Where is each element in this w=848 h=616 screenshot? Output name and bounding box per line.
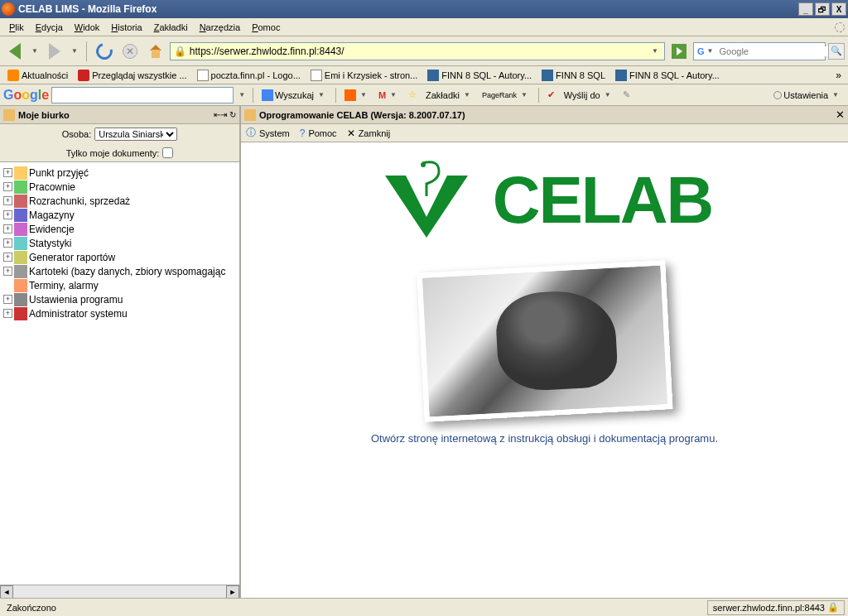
content-title: Oprogramowanie CELAB (Wersja: 8.2007.07.… [259, 110, 836, 120]
finn-icon [78, 70, 89, 81]
expander-icon[interactable]: + [3, 224, 12, 233]
tree-item-pracownie[interactable]: +Pracownie [0, 180, 239, 194]
google-gmail-button[interactable]: M▼ [375, 89, 402, 101]
go-button[interactable] [667, 40, 691, 63]
bookmark-przegladaj[interactable]: Przeglądaj wszystkie ... [74, 69, 190, 82]
google-star-button[interactable]: ☆ [405, 89, 420, 101]
app-icon [244, 109, 256, 121]
content-menu-help[interactable]: ?Pomoc [300, 128, 337, 139]
bookmark-emi[interactable]: Emi i Krzysiek - stron... [306, 69, 422, 82]
google-highlight-button[interactable]: ✎ [619, 89, 634, 101]
minimize-button[interactable]: _ [798, 2, 813, 16]
expander-icon[interactable]: + [3, 253, 12, 262]
back-dropdown[interactable]: ▼ [29, 47, 41, 55]
expander-icon[interactable]: + [3, 210, 12, 219]
maximize-button[interactable]: 🗗 [815, 2, 830, 16]
google-search-input[interactable] [51, 87, 234, 103]
tree-item-generator[interactable]: +Generator raportów [0, 250, 239, 264]
tree-hscrollbar[interactable]: ◄ ► [0, 585, 239, 598]
google-wyszukaj-button[interactable]: Wyszukaj▼ [258, 89, 330, 102]
expander-icon[interactable]: + [3, 295, 12, 304]
tree-item-kartoteki[interactable]: +Kartoteki (bazy danych, zbiory wspomaga… [0, 264, 239, 278]
tree-item-terminy[interactable]: Terminy, alarmy [0, 278, 239, 292]
close-window-button[interactable]: X [831, 2, 846, 16]
person-select[interactable]: Urszula Siniarska [94, 128, 177, 141]
google-settings-button[interactable]: Ustawienia▼ [770, 89, 845, 101]
expander-icon[interactable]: + [3, 168, 12, 177]
content-close-button[interactable]: ✕ [836, 108, 845, 121]
content-menu-close[interactable]: ✕Zamknij [347, 128, 391, 139]
tree-item-punkt[interactable]: +Punkt przyjęć [0, 166, 239, 180]
google-pagerank[interactable]: PageRank▼ [479, 90, 533, 100]
menu-view[interactable]: Widok [69, 21, 106, 34]
scroll-track[interactable] [13, 585, 226, 598]
status-server: serwer.zhwlodz.finn.pl:8443 🔒 [707, 600, 845, 615]
star-icon: ☆ [408, 89, 417, 100]
search-input[interactable] [716, 46, 833, 56]
tree-item-statystyki[interactable]: +Statystyki [0, 236, 239, 250]
stop-button[interactable]: ✕ [118, 40, 142, 63]
url-input[interactable] [190, 46, 649, 57]
sidebar-refresh-icon[interactable]: ↻ [229, 110, 236, 119]
lock-icon: 🔒 [827, 602, 839, 613]
google-check-button[interactable]: ✔ [544, 89, 558, 101]
sidebar-collapse-icon[interactable]: ⇤⇥ [214, 110, 227, 119]
search-g-icon [262, 89, 273, 101]
admin-icon [14, 307, 27, 320]
expander-icon[interactable]: + [3, 182, 12, 191]
tree-item-rozrachunki[interactable]: +Rozrachunki, sprzedaż [0, 194, 239, 208]
tree-item-magazyny[interactable]: +Magazyny [0, 208, 239, 222]
google-wyslij-button[interactable]: Wyślij do▼ [561, 89, 617, 101]
menu-help[interactable]: Pomoc [246, 21, 286, 34]
scroll-left-button[interactable]: ◄ [0, 585, 13, 598]
celab-v-logo [377, 159, 476, 242]
expander-icon[interactable]: + [3, 238, 12, 248]
bookmarks-more[interactable]: » [832, 70, 845, 81]
menu-tools[interactable]: Narzędzia [194, 21, 247, 34]
window-title: CELAB LIMS - Mozilla Firefox [18, 3, 797, 15]
records-icon [14, 223, 27, 236]
scroll-right-button[interactable]: ► [226, 585, 239, 598]
google-zakladki-button[interactable]: Zakładki▼ [422, 89, 476, 101]
db-icon [14, 265, 27, 278]
expander-icon[interactable]: + [3, 267, 12, 276]
forward-dropdown[interactable]: ▼ [69, 47, 80, 55]
back-button[interactable] [3, 40, 26, 63]
url-dropdown[interactable]: ▼ [649, 47, 661, 55]
forward-button[interactable] [43, 40, 66, 63]
svg-point-0 [421, 162, 426, 167]
bookmark-aktualnosci[interactable]: Aktualności [3, 69, 72, 82]
mydocs-label: Tylko moje dokumenty: [66, 148, 160, 158]
bookmarks-toolbar: Aktualności Przeglądaj wszystkie ... poc… [0, 66, 848, 84]
mydocs-checkbox[interactable] [162, 147, 173, 158]
google-search-dropdown[interactable]: ▼ [236, 91, 248, 99]
bookmark-finn8-3[interactable]: FINN 8 SQL - Autory... [611, 69, 724, 82]
bookmark-finn8-2[interactable]: FINN 8 SQL [537, 69, 610, 82]
alarm-icon [14, 279, 27, 292]
expander-icon[interactable]: + [3, 309, 12, 318]
tree-item-ustawienia[interactable]: +Ustawienia programu [0, 292, 239, 306]
status-text: Zakończono [3, 603, 705, 613]
sidebar-title: Moje biurko [18, 110, 214, 120]
menu-bookmarks[interactable]: Zakładki [148, 21, 194, 34]
reload-button[interactable] [93, 40, 116, 63]
tree-item-admin[interactable]: +Administrator systemu [0, 306, 239, 320]
content-menu-system[interactable]: ⓘSystem [246, 126, 290, 140]
url-bar[interactable]: 🔒 ▼ [170, 42, 665, 60]
bookmark-finn8-1[interactable]: FINN 8 SQL - Autory... [423, 69, 536, 82]
help-icon: ? [300, 128, 306, 139]
google-news-button[interactable]: ▼ [341, 89, 373, 102]
sidebar-header: Moje biurko ⇤⇥ ↻ [0, 106, 239, 124]
search-box[interactable]: G▼ [693, 42, 826, 60]
documentation-link[interactable]: Otwórz stronę internetową z instrukcją o… [371, 432, 718, 445]
menu-edit[interactable]: Edycja [30, 21, 69, 34]
menu-history[interactable]: Historia [105, 21, 147, 34]
search-button[interactable]: 🔍 [828, 43, 845, 60]
home-button[interactable] [144, 40, 167, 63]
expander-icon[interactable]: + [3, 196, 12, 205]
person-row: Osoba: Urszula Siniarska [0, 124, 239, 144]
bookmark-poczta[interactable]: poczta.finn.pl - Logo... [193, 69, 305, 82]
firefox-icon [2, 2, 15, 16]
tree-item-ewidencje[interactable]: +Ewidencje [0, 222, 239, 236]
menu-file[interactable]: Plik [3, 21, 30, 34]
